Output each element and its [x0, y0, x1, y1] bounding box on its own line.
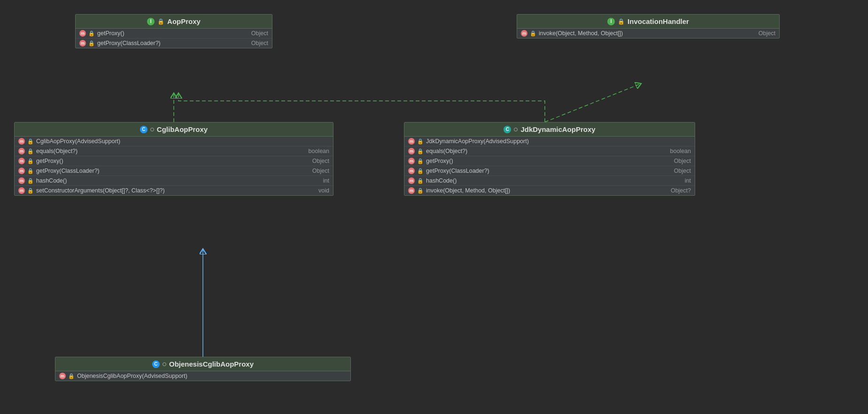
- jdk-m6-return: Object?: [666, 187, 691, 194]
- cglibaopproxy-box: C CglibAopProxy m 🔒 CglibAopProxy(Advise…: [14, 122, 333, 196]
- objenesis-class-icon: C: [152, 360, 160, 368]
- jdk-m1-icon: m: [408, 138, 415, 145]
- jdk-method-1: m 🔒 JdkDynamicAopProxy(AdvisedSupport): [404, 137, 695, 146]
- method-icon-ih1: m: [521, 30, 527, 37]
- method-name-2: getProxy(ClassLoader?): [97, 40, 244, 46]
- cglib-m5-return: int: [318, 177, 329, 184]
- objenesis-method-1: m 🔒 ObjenesisCglibAopProxy(AdvisedSuppor…: [55, 371, 350, 381]
- invocationhandler-title: InvocationHandler: [628, 17, 689, 25]
- aopproxy-box: I 🔒 AopProxy m 🔒 getProxy() Object m 🔒 g…: [75, 14, 272, 48]
- jdk-m4-lock: 🔒: [417, 168, 424, 174]
- objenesis-box: C ObjenesisCglibAopProxy m 🔒 ObjenesisCg…: [55, 357, 351, 381]
- jdk-m6-name: invoke(Object, Method, Object[]): [426, 187, 664, 194]
- cglib-m3-return: Object: [308, 158, 329, 164]
- aopproxy-method-1: m 🔒 getProxy() Object: [76, 29, 272, 38]
- jdk-m6-lock: 🔒: [417, 188, 424, 194]
- method-icon-1: m: [79, 30, 86, 37]
- jdk-m5-return: int: [680, 177, 691, 184]
- jdk-m5-icon: m: [408, 177, 415, 184]
- method-return-1: Object: [247, 30, 268, 37]
- cglib-m2-icon: m: [18, 148, 25, 154]
- cglib-method-6: m 🔒 setConstructorArguments(Object[]?, C…: [15, 186, 333, 195]
- jdkdynamicaopproxy-box: C JdkDynamicAopProxy m 🔒 JdkDynamicAopPr…: [404, 122, 695, 196]
- cglib-m5-icon: m: [18, 177, 25, 184]
- method-icon-2: m: [79, 40, 86, 46]
- jdk-m2-name: equals(Object?): [426, 148, 663, 154]
- jdk-m1-lock: 🔒: [417, 138, 424, 145]
- cglib-m6-lock: 🔒: [27, 188, 34, 194]
- obj-m1-name: ObjenesisCglibAopProxy(AdvisedSupport): [77, 373, 340, 379]
- invocationhandler-header: I 🔒 InvocationHandler: [517, 15, 779, 29]
- jdk-m2-return: boolean: [666, 148, 691, 154]
- jdkdynamic-title: JdkDynamicAopProxy: [520, 125, 595, 133]
- cglib-m4-name: getProxy(ClassLoader?): [36, 168, 305, 174]
- jdkdynamic-header: C JdkDynamicAopProxy: [404, 123, 695, 137]
- method-return-ih1: Object: [754, 30, 775, 37]
- invocationhandler-interface-icon: I: [607, 18, 615, 25]
- cglib-m3-lock: 🔒: [27, 158, 34, 164]
- svg-line-3: [545, 84, 641, 122]
- objenesis-title: ObjenesisCglibAopProxy: [169, 360, 254, 368]
- cglibaopproxy-title: CglibAopProxy: [157, 125, 208, 133]
- cglib-m6-icon: m: [18, 187, 25, 194]
- aopproxy-lock-icon: 🔒: [157, 18, 164, 25]
- aopproxy-title: AopProxy: [167, 17, 201, 25]
- cglib-m5-name: hashCode(): [36, 177, 316, 184]
- cglib-m1-lock: 🔒: [27, 138, 34, 145]
- jdk-method-5: m 🔒 hashCode() int: [404, 176, 695, 186]
- jdk-m5-lock: 🔒: [417, 178, 424, 184]
- method-name-ih1: invoke(Object, Method, Object[]): [539, 30, 752, 37]
- cglib-method-1: m 🔒 CglibAopProxy(AdvisedSupport): [15, 137, 333, 146]
- cglib-method-3: m 🔒 getProxy() Object: [15, 156, 333, 166]
- jdk-method-4: m 🔒 getProxy(ClassLoader?) Object: [404, 166, 695, 176]
- cglib-m2-return: boolean: [304, 148, 330, 154]
- cglib-method-5: m 🔒 hashCode() int: [15, 176, 333, 186]
- aopproxy-method-2: m 🔒 getProxy(ClassLoader?) Object: [76, 38, 272, 48]
- jdk-m2-lock: 🔒: [417, 148, 424, 154]
- jdkdynamic-class-icon: C: [504, 126, 511, 133]
- invocationhandler-method-1: m 🔒 invoke(Object, Method, Object[]) Obj…: [517, 29, 779, 38]
- cglibaopproxy-dot: [150, 128, 154, 131]
- jdk-m3-name: getProxy(): [426, 158, 667, 164]
- cglib-m3-icon: m: [18, 158, 25, 164]
- cglib-m1-icon: m: [18, 138, 25, 145]
- cglib-m1-name: CglibAopProxy(AdvisedSupport): [36, 138, 322, 145]
- jdk-m4-icon: m: [408, 168, 415, 174]
- cglibaopproxy-header: C CglibAopProxy: [15, 123, 333, 137]
- objenesis-header: C ObjenesisCglibAopProxy: [55, 357, 350, 371]
- cglib-m3-name: getProxy(): [36, 158, 305, 164]
- invocationhandler-box: I 🔒 InvocationHandler m 🔒 invoke(Object,…: [517, 14, 780, 38]
- cglib-m2-name: equals(Object?): [36, 148, 302, 154]
- diagram-canvas: I 🔒 AopProxy m 🔒 getProxy() Object m 🔒 g…: [0, 0, 868, 414]
- cglib-m4-lock: 🔒: [27, 168, 34, 174]
- jdk-m3-return: Object: [669, 158, 691, 164]
- jdk-m5-name: hashCode(): [426, 177, 678, 184]
- cglibaopproxy-class-icon: C: [140, 126, 147, 133]
- jdk-m3-icon: m: [408, 158, 415, 164]
- cglib-m4-return: Object: [308, 168, 329, 174]
- cglib-method-4: m 🔒 getProxy(ClassLoader?) Object: [15, 166, 333, 176]
- cglib-m6-name: setConstructorArguments(Object[]?, Class…: [36, 187, 311, 194]
- lock-2: 🔒: [88, 40, 95, 46]
- method-return-2: Object: [247, 40, 268, 46]
- obj-m1-icon: m: [59, 373, 66, 379]
- jdk-method-3: m 🔒 getProxy() Object: [404, 156, 695, 166]
- invocationhandler-lock-icon: 🔒: [618, 18, 625, 25]
- obj-m1-lock: 🔒: [68, 373, 75, 379]
- aopproxy-header: I 🔒 AopProxy: [76, 15, 272, 29]
- cglib-m6-return: void: [314, 187, 329, 194]
- jdk-m6-icon: m: [408, 187, 415, 194]
- method-name-1: getProxy(): [97, 30, 244, 37]
- jdk-m2-icon: m: [408, 148, 415, 154]
- jdk-m4-return: Object: [669, 168, 691, 174]
- jdk-m4-name: getProxy(ClassLoader?): [426, 168, 667, 174]
- cglib-method-2: m 🔒 equals(Object?) boolean: [15, 146, 333, 156]
- objenesis-dot: [163, 362, 166, 366]
- jdk-m1-name: JdkDynamicAopProxy(AdvisedSupport): [426, 138, 684, 145]
- jdkdynamic-dot: [514, 128, 518, 131]
- cglib-m4-icon: m: [18, 168, 25, 174]
- cglib-m5-lock: 🔒: [27, 178, 34, 184]
- lock-1: 🔒: [88, 31, 95, 37]
- arrows-layer: [0, 0, 868, 414]
- aopproxy-interface-icon: I: [147, 18, 155, 25]
